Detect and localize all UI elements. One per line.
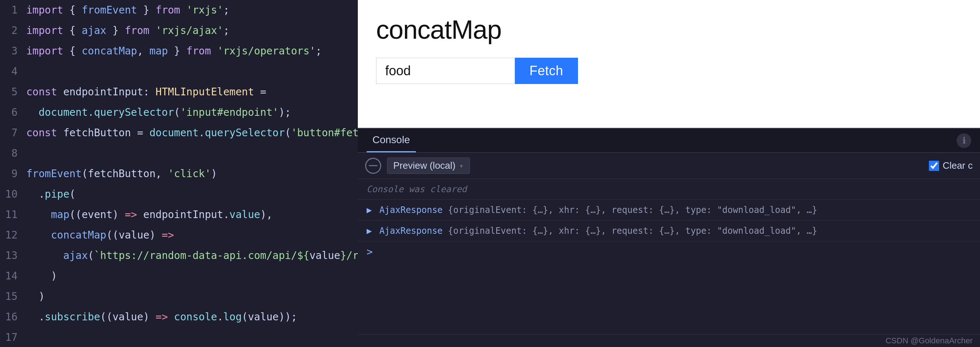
line-content: map((event) => endpointInput.value), xyxy=(26,205,358,225)
line-number: 11 xyxy=(0,205,26,225)
code-line: 1import { fromEvent } from 'rxjs'; xyxy=(0,0,358,21)
line-number: 16 xyxy=(0,307,26,327)
code-line: 2import { ajax } from 'rxjs/ajax'; xyxy=(0,21,358,41)
console-message: ▶ AjaxResponse {originalEvent: {…}, xhr:… xyxy=(358,200,980,221)
devtools-panel: Console ℹ Preview (local) ▾ Clear c Cons… xyxy=(358,128,980,347)
line-content: const fetchButton = document.querySelect… xyxy=(26,123,358,143)
no-entry-icon[interactable] xyxy=(365,158,381,174)
line-number: 8 xyxy=(0,143,26,164)
code-line: 8 xyxy=(0,143,358,164)
console-tab[interactable]: Console xyxy=(367,129,416,152)
attribution: CSDN @GoldenaArcher xyxy=(358,334,980,347)
clear-label: Clear c xyxy=(943,160,973,171)
ajax-response-key[interactable]: AjaxResponse xyxy=(379,205,442,215)
code-line: 6 document.querySelector('input#endpoint… xyxy=(0,102,358,123)
code-line: 9fromEvent(fetchButton, 'click') xyxy=(0,164,358,184)
line-content: const endpointInput: HTMLInputElement = xyxy=(26,82,358,102)
line-content: .pipe( xyxy=(26,184,358,205)
entry-details: {originalEvent: {…}, xhr: {…}, request: … xyxy=(442,226,817,236)
code-line: 11 map((event) => endpointInput.value), xyxy=(0,205,358,225)
expand-arrow-icon[interactable]: ▶ xyxy=(367,226,377,236)
code-editor: 1import { fromEvent } from 'rxjs';2impor… xyxy=(0,0,358,347)
line-number: 15 xyxy=(0,287,26,307)
devtools-info-badge: ℹ xyxy=(957,133,971,148)
line-number: 10 xyxy=(0,184,26,205)
code-line: 3import { concatMap, map } from 'rxjs/op… xyxy=(0,41,358,61)
console-prompt-row: > xyxy=(358,242,980,262)
code-line: 4 xyxy=(0,61,358,82)
info-icon: ℹ xyxy=(963,135,966,146)
console-log-area: Console was cleared▶ AjaxResponse {origi… xyxy=(358,179,980,334)
code-line: 13 ajax(`https://random-data-api.com/api… xyxy=(0,245,358,266)
line-number: 1 xyxy=(0,0,26,21)
line-content: ajax(`https://random-data-api.com/api/${… xyxy=(26,245,358,266)
line-number: 9 xyxy=(0,164,26,184)
code-line: 12 concatMap((value) => xyxy=(0,225,358,245)
line-number: 2 xyxy=(0,21,26,41)
ajax-response-key[interactable]: AjaxResponse xyxy=(379,226,442,236)
line-content: import { ajax } from 'rxjs/ajax'; xyxy=(26,21,358,41)
code-line: 10 .pipe( xyxy=(0,184,358,205)
search-input[interactable] xyxy=(376,58,515,84)
line-number: 6 xyxy=(0,102,26,123)
line-number: 5 xyxy=(0,82,26,102)
preview-select-label: Preview (local) xyxy=(393,160,456,171)
code-line: 17 xyxy=(0,327,358,347)
line-content: fromEvent(fetchButton, 'click') xyxy=(26,164,358,184)
line-content: .subscribe((value) => console.log(value)… xyxy=(26,307,358,327)
console-message: Console was cleared xyxy=(358,179,980,200)
console-prompt-arrow: > xyxy=(367,246,373,258)
app-title: concatMap xyxy=(376,14,962,45)
code-line: 5const endpointInput: HTMLInputElement = xyxy=(0,82,358,102)
line-number: 17 xyxy=(0,327,26,347)
code-line: 16 .subscribe((value) => console.log(val… xyxy=(0,307,358,327)
line-number: 14 xyxy=(0,266,26,287)
preview-source-select[interactable]: Preview (local) ▾ xyxy=(387,158,470,174)
line-content: ) xyxy=(26,266,358,287)
line-number: 4 xyxy=(0,61,26,82)
line-content: concatMap((value) => xyxy=(26,225,358,245)
clear-on-navigate-checkbox[interactable] xyxy=(929,161,939,171)
right-panel: concatMap Fetch Console ℹ Preview (local… xyxy=(358,0,980,347)
app-controls: Fetch xyxy=(376,58,962,84)
line-number: 12 xyxy=(0,225,26,245)
line-content: document.querySelector('input#endpoint')… xyxy=(26,102,358,123)
entry-details: {originalEvent: {…}, xhr: {…}, request: … xyxy=(442,205,817,215)
devtools-toolbar: Preview (local) ▾ Clear c xyxy=(358,153,980,179)
line-content: ) xyxy=(26,287,358,307)
clear-on-navigate-wrapper: Clear c xyxy=(929,160,973,171)
app-preview: concatMap Fetch xyxy=(358,0,980,128)
line-content: import { fromEvent } from 'rxjs'; xyxy=(26,0,358,21)
line-number: 3 xyxy=(0,41,26,61)
code-line: 15 ) xyxy=(0,287,358,307)
expand-arrow-icon[interactable]: ▶ xyxy=(367,205,377,215)
devtools-header: Console ℹ xyxy=(358,129,980,153)
console-message: ▶ AjaxResponse {originalEvent: {…}, xhr:… xyxy=(358,221,980,242)
line-content: import { concatMap, map } from 'rxjs/ope… xyxy=(26,41,358,61)
line-number: 7 xyxy=(0,123,26,143)
code-line: 14 ) xyxy=(0,266,358,287)
fetch-button[interactable]: Fetch xyxy=(515,58,578,84)
code-line: 7const fetchButton = document.querySelec… xyxy=(0,123,358,143)
chevron-down-icon: ▾ xyxy=(459,161,464,170)
line-number: 13 xyxy=(0,245,26,266)
